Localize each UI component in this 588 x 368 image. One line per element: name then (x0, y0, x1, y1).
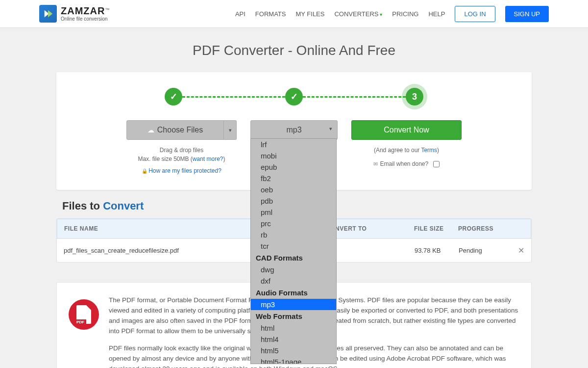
nav-myfiles[interactable]: MY FILES (295, 10, 324, 18)
dropdown-item-dxf[interactable]: dxf (251, 275, 336, 287)
dropdown-item-rb[interactable]: rb (251, 229, 336, 240)
choose-files-dropdown-caret[interactable]: ▾ (224, 120, 237, 140)
page-title: PDF Converter - Online And Free (0, 43, 588, 58)
dropdown-item-epub[interactable]: epub (251, 161, 336, 173)
col-filesize: FILE SIZE (414, 225, 458, 232)
nav-formats[interactable]: FORMATS (255, 10, 286, 18)
email-when-done-checkbox[interactable] (433, 161, 440, 167)
dropdown-item-html5[interactable]: html5 (251, 345, 336, 356)
step-2-done (285, 88, 303, 105)
nav-converters[interactable]: CONVERTERS (334, 10, 382, 18)
col-convertto: CONVERT TO (326, 225, 414, 232)
dropdown-item-mobi[interactable]: mobi (251, 150, 336, 161)
converter-card: 3 Choose Files ▾ Drag & drop files Max. … (56, 72, 532, 190)
remove-row-button[interactable]: ✕ (513, 246, 524, 255)
step-line (303, 96, 406, 98)
step-3-active: 3 (406, 88, 423, 105)
nav-api[interactable]: API (235, 10, 245, 18)
login-button[interactable]: LOG IN (455, 6, 495, 22)
drag-drop-hint: Drag & drop files (126, 146, 237, 155)
cell-progress: Pending (459, 247, 513, 254)
step-line (182, 96, 285, 98)
dropdown-item-fb2[interactable]: fb2 (251, 173, 336, 184)
brand-title: ZAMZAR (61, 5, 105, 16)
format-dropdown[interactable]: lrfmobiepubfb2oebpdbpmlprcrbtcrCAD Forma… (250, 138, 337, 364)
dropdown-item-lrf[interactable]: lrf (251, 139, 336, 150)
step-1-done (165, 88, 182, 105)
dropdown-item-html4[interactable]: html4 (251, 334, 336, 345)
cell-filesize: 93.78 KB (415, 247, 459, 254)
convert-subtext: (And agree to our Terms) Email when done… (351, 146, 462, 168)
choose-files-label: Choose Files (157, 126, 203, 134)
dropdown-group-header: CAD Formats (251, 252, 336, 264)
choose-files-button[interactable]: Choose Files (126, 120, 224, 140)
nav-pricing[interactable]: PRICING (392, 10, 418, 18)
dropdown-item-pml[interactable]: pml (251, 207, 336, 218)
email-when-done-label: Email when done? (380, 160, 428, 167)
dropdown-item-oeb[interactable]: oeb (251, 184, 336, 195)
dropdown-item-tcr[interactable]: tcr (251, 240, 336, 252)
files-protected-link[interactable]: How are my files protected? (148, 167, 221, 174)
format-selected-label: mp3 (286, 126, 301, 134)
dropdown-item-prc[interactable]: prc (251, 218, 336, 229)
top-nav: API FORMATS MY FILES CONVERTERS PRICING … (235, 6, 549, 22)
logo[interactable]: ZAMZAR™ Online file conversion (39, 5, 109, 23)
format-select[interactable]: mp3 (250, 120, 338, 140)
dropdown-group-header: Web Formats (251, 310, 336, 322)
logo-icon (39, 5, 57, 23)
step-indicator: 3 (70, 88, 518, 105)
cloud-upload-icon (147, 126, 154, 134)
signup-button[interactable]: SIGN UP (505, 6, 549, 22)
dropdown-item-html[interactable]: html (251, 322, 336, 334)
dropdown-group-header: Audio Formats (251, 287, 336, 299)
dropdown-item-dwg[interactable]: dwg (251, 264, 336, 275)
brand-subtitle: Online file conversion (61, 17, 109, 22)
choose-subtext: Drag & drop files Max. file size 50MB (w… (126, 146, 237, 175)
lock-icon (142, 167, 148, 174)
nav-help[interactable]: HELP (428, 10, 445, 18)
want-more-link[interactable]: want more? (193, 156, 223, 162)
envelope-icon (373, 160, 380, 167)
dropdown-item-pdb[interactable]: pdb (251, 195, 336, 207)
header: ZAMZAR™ Online file conversion API FORMA… (0, 0, 588, 28)
terms-link[interactable]: Terms (421, 147, 437, 154)
pdf-badge-icon (69, 299, 99, 330)
col-progress: PROGRESS (458, 225, 512, 232)
dropdown-item-html5-1page[interactable]: html5-1page (251, 356, 336, 364)
convert-now-button[interactable]: Convert Now (351, 120, 462, 140)
dropdown-item-mp3[interactable]: mp3 (251, 299, 336, 310)
